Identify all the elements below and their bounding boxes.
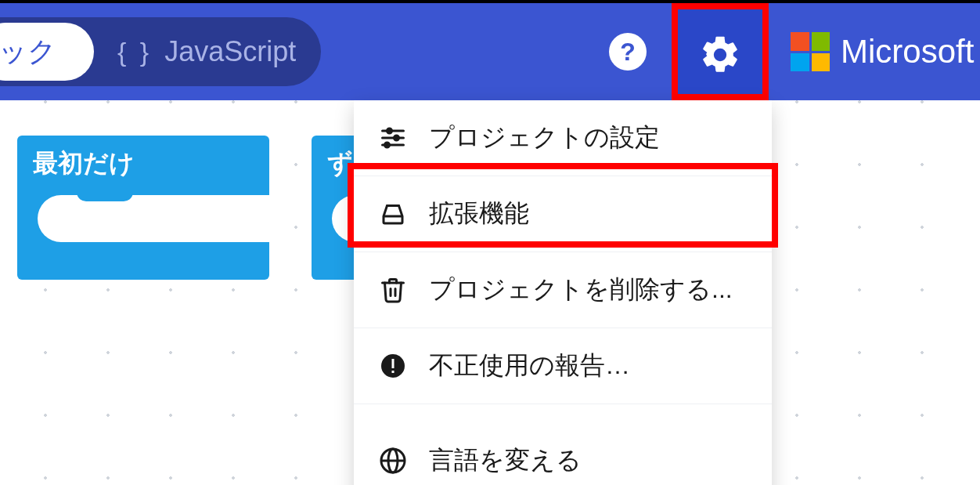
menu-report-abuse-label: 不正使用の報告… <box>429 349 630 383</box>
editor-tabs: ック { } JavaScript <box>0 17 321 86</box>
menu-project-settings[interactable]: プロジェクトの設定 <box>354 100 772 176</box>
svg-point-3 <box>395 136 399 140</box>
menu-delete-project-label: プロジェクトを削除する... <box>429 273 733 307</box>
tab-blocks[interactable]: ック <box>0 23 94 81</box>
globe-icon <box>379 447 407 475</box>
svg-point-5 <box>385 143 390 147</box>
top-black-bar <box>0 0 980 3</box>
microsoft-logo-text: Microsoft <box>841 33 974 71</box>
menu-project-settings-label: プロジェクトの設定 <box>429 121 660 155</box>
settings-dropdown: プロジェクトの設定 拡張機能 プロジェクトを削除する... <box>354 100 772 485</box>
menu-change-language[interactable]: 言語を変える <box>354 423 772 485</box>
menu-change-language-label: 言語を変える <box>429 443 582 478</box>
block-forever-label: ず <box>327 147 353 181</box>
menu-delete-project[interactable]: プロジェクトを削除する... <box>354 252 772 328</box>
help-button[interactable]: ? <box>606 30 650 74</box>
drive-icon <box>379 200 407 228</box>
block-inner-slot <box>38 195 269 242</box>
tab-javascript[interactable]: { } JavaScript <box>117 35 296 68</box>
help-icon: ? <box>609 33 647 71</box>
block-on-start-label: 最初だけ <box>33 147 135 181</box>
block-on-start[interactable]: 最初だけ <box>17 136 269 280</box>
menu-extensions[interactable]: 拡張機能 <box>354 176 772 252</box>
menu-separator <box>354 404 772 423</box>
app-header: ック { } JavaScript ? Microsoft <box>0 3 980 100</box>
trash-icon <box>379 276 407 304</box>
gear-icon <box>698 33 742 77</box>
menu-extensions-label: 拡張機能 <box>429 197 529 231</box>
braces-icon: { } <box>117 37 152 67</box>
svg-rect-8 <box>392 359 395 368</box>
tab-javascript-label: JavaScript <box>164 35 296 68</box>
exclamation-icon <box>379 352 407 380</box>
block-notch <box>77 184 133 201</box>
menu-report-abuse[interactable]: 不正使用の報告… <box>354 328 772 404</box>
svg-point-1 <box>387 128 392 133</box>
microsoft-logo[interactable]: Microsoft <box>791 32 974 71</box>
sliders-icon <box>379 124 407 152</box>
settings-button[interactable] <box>672 6 769 103</box>
tab-blocks-label: ック <box>0 33 56 71</box>
svg-rect-9 <box>392 371 395 373</box>
microsoft-logo-icon <box>791 32 830 71</box>
